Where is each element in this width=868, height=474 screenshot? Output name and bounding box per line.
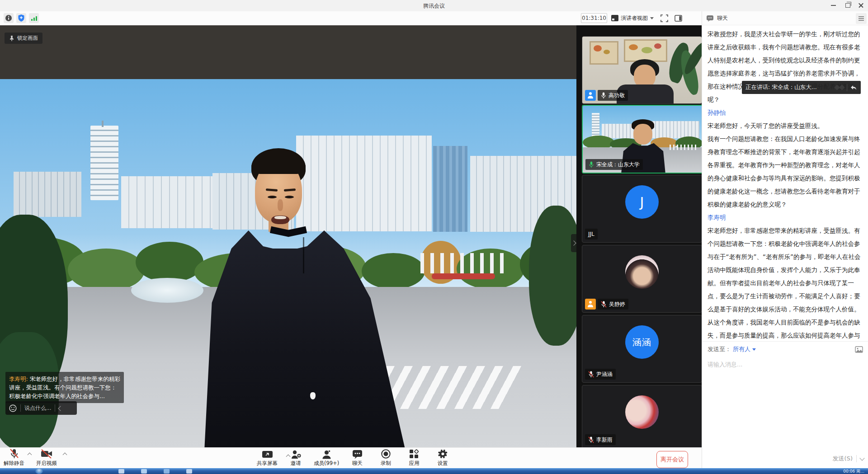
campus-glass-tower [433, 146, 467, 232]
restore-icon [845, 3, 850, 8]
start-orb-icon[interactable] [35, 469, 43, 474]
minimize-button[interactable] [826, 0, 840, 11]
foreground-tree [529, 206, 576, 346]
chat-button[interactable]: 聊天 [347, 449, 368, 467]
avatar: J [625, 185, 659, 219]
chevron-down-icon [650, 17, 654, 19]
campus-gate [420, 253, 506, 273]
view-mode-selector[interactable]: 演讲者视图 [611, 13, 654, 23]
lock-view-label: 锁定画面 [17, 35, 38, 42]
apps-icon [409, 449, 419, 459]
participant-name-tag: 高功敬 [598, 90, 628, 101]
participant-name-tag: 李新雨 [585, 434, 616, 445]
start-video-button[interactable]: 开启视频 [36, 449, 57, 467]
main-video-stage: 锁定画面 李寿明: 宋老师您好，非常感谢您带来的精彩讲座，受益匪浅。有个问题想请… [0, 25, 576, 447]
info-icon [5, 14, 12, 22]
lock-view-button[interactable]: 锁定画面 [5, 33, 42, 44]
chat-header: 聊天 [702, 11, 868, 25]
flower-bed [432, 273, 495, 279]
meeting-timer: 01:31:10 [581, 13, 607, 23]
caption-sender: 李寿明: [9, 375, 28, 382]
participant-name-tag: 吴静婷 [598, 299, 628, 310]
chat-message: 宋老师您好，非常感谢您带来的精彩讲座，受益匪浅。有个问题想请教一下您：积极老龄化… [708, 224, 866, 341]
fullscreen-icon [660, 14, 668, 22]
participant-tile[interactable]: 高功敬 [582, 36, 702, 104]
participant-tile[interactable]: 涵涵 尹涵涵 [582, 315, 702, 383]
panel-collapse-handle[interactable] [571, 234, 576, 252]
share-screen-button[interactable]: 共享屏幕 [257, 449, 278, 467]
signal-icon [31, 15, 38, 21]
mic-muted-icon [9, 448, 19, 459]
chat-input[interactable]: 请输入消息... [708, 361, 863, 369]
chat-sender[interactable]: 孙静怡 [708, 106, 866, 119]
mic-muted-icon [588, 371, 594, 378]
close-button[interactable] [854, 0, 868, 11]
windows-taskbar[interactable]: 00:06 周… [0, 468, 868, 474]
collapse-left-icon[interactable] [58, 406, 63, 411]
chat-icon [352, 450, 363, 459]
chat-message: 宋老师您好，今天听了您的讲座受益匪浅。 我有一个问题想请教您：在我国人口老龄化加… [708, 119, 866, 211]
side-panel-toggle[interactable] [675, 15, 682, 23]
chat-message-list[interactable]: 宋教授您好，我是济大社会学研一的学生，刚才听过您的讲座之后收获颇丰，我有个问题想… [702, 25, 868, 341]
network-button[interactable] [29, 13, 39, 23]
settings-button[interactable]: 设置 [432, 449, 453, 467]
participant-name-tag: JJL [585, 229, 598, 239]
campus-building [121, 176, 218, 228]
mic-muted-icon [588, 436, 594, 443]
avatar-photo [625, 255, 659, 289]
chat-footer: 发送至： 所有人 请输入消息... [702, 341, 868, 468]
send-button[interactable]: 发送(S) [833, 455, 853, 463]
window-title: 腾讯会议 [0, 2, 868, 10]
minimize-icon [831, 5, 836, 6]
send-to-selector[interactable]: 所有人 [733, 345, 756, 353]
security-button[interactable] [16, 13, 26, 23]
speaking-toast-text: 正在讲话: 宋全成：山东大... [745, 84, 817, 91]
mic-speaking-icon [589, 161, 594, 168]
quick-chat-placeholder[interactable]: 说点什么... [24, 404, 51, 412]
chat-header-title: 聊天 [717, 14, 728, 22]
members-button[interactable]: 成员(99+) [314, 449, 339, 467]
invite-icon [290, 450, 302, 459]
chevron-down-icon [752, 348, 756, 351]
chat-menu-button[interactable] [856, 13, 867, 24]
participant-tile-active-speaker[interactable]: 宋全成：山东大学 [582, 105, 703, 174]
taskbar-app-icon[interactable] [186, 469, 192, 474]
restore-button[interactable] [841, 0, 854, 11]
share-screen-icon [262, 451, 273, 459]
avatar: 涵涵 [625, 325, 659, 359]
leave-meeting-button[interactable]: 离开会议 [656, 451, 688, 468]
mic-muted-icon [601, 301, 607, 308]
reply-arrow-icon[interactable] [850, 84, 857, 91]
chat-bubble-icon [706, 15, 714, 22]
taskbar-app-icon[interactable] [141, 469, 147, 474]
chat-sender[interactable]: 李寿明 [708, 211, 866, 224]
unmute-button[interactable]: 解除静音 [4, 449, 24, 467]
participant-tile[interactable]: 吴静婷 [582, 245, 702, 313]
emoji-icon [9, 404, 17, 412]
meeting-toolbar-top: 01:31:10 演讲者视图 [0, 11, 702, 26]
taskbar-app-icon[interactable] [164, 469, 170, 474]
send-options-chevron[interactable] [859, 455, 864, 460]
view-mode-label: 演讲者视图 [621, 14, 648, 22]
campus-building [14, 172, 81, 217]
send-to-label: 发送至： [708, 345, 731, 353]
record-button[interactable]: 录制 [375, 449, 396, 467]
taskbar-app-icon[interactable] [118, 469, 124, 474]
tencent-meeting-window: 腾讯会议 01:31:10 演讲者视图 [0, 0, 868, 474]
camera-off-icon [41, 449, 53, 459]
participant-tile[interactable]: J JJL [582, 175, 702, 243]
wall-poster [590, 41, 618, 65]
chat-panel: 聊天 宋教授您好，我是济大社会学研一的学生，刚才听过您的讲座之后收获颇丰，我有个… [702, 11, 868, 468]
participant-tile[interactable]: 李新雨 [582, 385, 702, 448]
image-attach-icon[interactable] [855, 346, 863, 353]
apps-button[interactable]: 应用 [404, 449, 425, 467]
video-options-chevron[interactable] [63, 453, 67, 457]
pin-icon [9, 35, 14, 42]
meeting-toolbar-bottom: 解除静音 开启视频 共享屏幕 邀请 成员(99+) [0, 447, 702, 469]
fullscreen-button[interactable] [660, 14, 668, 24]
quick-chat-bar[interactable]: 说点什么... [5, 401, 77, 415]
chevron-right-icon [571, 240, 576, 245]
meeting-info-button[interactable] [4, 13, 14, 23]
role-badge [585, 299, 596, 310]
record-icon [381, 449, 391, 459]
